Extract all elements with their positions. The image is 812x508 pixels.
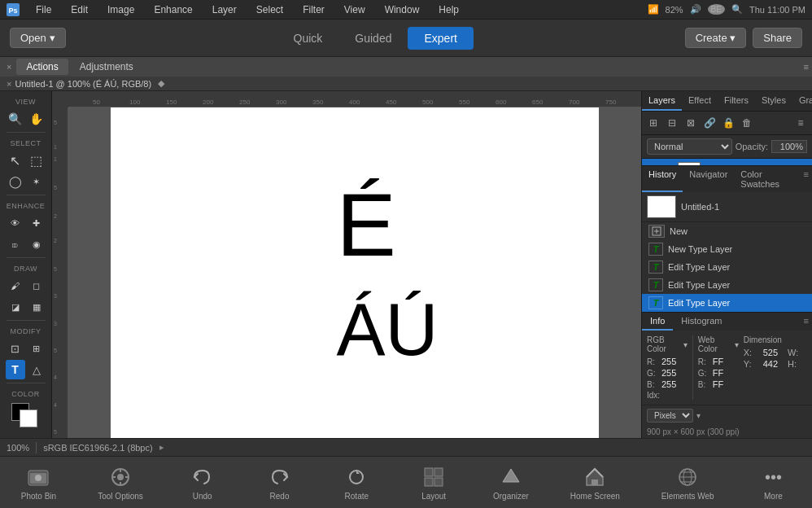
history-item-new[interactable]: New: [642, 222, 812, 240]
dock-redo[interactable]: Redo: [255, 461, 303, 504]
layers-tool-more[interactable]: ≡: [792, 115, 809, 131]
view-tools: 🔍 ✋: [6, 109, 46, 129]
menu-edit[interactable]: Edit: [68, 2, 91, 17]
shape-tool[interactable]: △: [27, 360, 46, 379]
layers-tool-2[interactable]: ⊟: [664, 115, 680, 131]
blend-mode-select[interactable]: Normal: [647, 138, 732, 155]
tab-history[interactable]: History: [642, 166, 683, 192]
ruler-h-100: 100: [129, 99, 140, 107]
hand-tool[interactable]: ✋: [27, 109, 46, 129]
section-modify-label: MODIFY: [11, 327, 41, 335]
panel-menu-icon[interactable]: ≡: [804, 62, 809, 72]
menu-layer[interactable]: Layer: [209, 2, 240, 17]
menu-filter[interactable]: Filter: [299, 2, 328, 17]
clone-tool[interactable]: ⎄: [6, 234, 25, 254]
history-item-etl3[interactable]: T Edit Type Layer: [642, 294, 812, 312]
dock-organizer[interactable]: Organizer: [487, 461, 535, 504]
dock-more[interactable]: ••• More: [749, 461, 797, 504]
layer-item-eau[interactable]: 👁 T É ÁÚ ⚙: [642, 159, 812, 165]
create-button[interactable]: Create ▾: [685, 28, 747, 48]
ruler-v-35: 5: [52, 348, 57, 353]
status-arrow[interactable]: ▸: [159, 442, 164, 453]
dock-layout[interactable]: Layout: [409, 461, 458, 504]
lasso-tool[interactable]: ◯: [6, 172, 25, 191]
magic-wand-tool[interactable]: ✶: [27, 172, 46, 191]
tab-layers[interactable]: Layers: [642, 91, 682, 111]
move-tool[interactable]: ↖: [6, 151, 25, 170]
app-logo: Ps: [7, 3, 20, 16]
menu-image[interactable]: Image: [104, 2, 138, 17]
tab-expert[interactable]: Expert: [408, 27, 473, 50]
dimension-label: Dimension: [744, 335, 807, 344]
web-dropdown-arrow[interactable]: ▾: [735, 340, 739, 349]
layers-tool-3[interactable]: ⊠: [683, 115, 699, 131]
tab-graphic[interactable]: Graphic: [792, 91, 812, 111]
menu-enhance[interactable]: Enhance: [151, 2, 195, 17]
rgb-b-row: B: 255: [647, 379, 688, 389]
dock-rotate[interactable]: Rotate: [332, 461, 381, 504]
search-icon[interactable]: 🔍: [731, 4, 743, 15]
layers-tool-5[interactable]: 🔒: [720, 115, 736, 131]
type-tool[interactable]: T: [6, 360, 25, 379]
menu-view[interactable]: View: [341, 2, 369, 17]
panel-close-x[interactable]: ×: [3, 60, 15, 73]
menu-file[interactable]: File: [33, 2, 55, 17]
ruler-h-700: 700: [569, 99, 579, 107]
canvas-content[interactable]: É ÁÚ: [68, 107, 641, 438]
more-icon: •••: [760, 464, 786, 490]
tab-quick[interactable]: Quick: [277, 27, 339, 50]
canvas-size-text: 900 px × 600 px (300 ppi): [642, 426, 812, 438]
paint-bucket-tool[interactable]: ◪: [6, 297, 25, 317]
divider-3: [7, 257, 46, 258]
history-item-etl2[interactable]: T Edit Type Layer: [642, 276, 812, 294]
tab-styles[interactable]: Styles: [755, 91, 792, 111]
open-button[interactable]: Open ▾: [10, 28, 66, 48]
doc-close[interactable]: ×: [7, 79, 11, 89]
background-color[interactable]: [20, 409, 37, 427]
layers-tool-4[interactable]: 🔗: [701, 115, 718, 131]
divider-5: [7, 383, 46, 383]
pixels-select[interactable]: Pixels: [647, 409, 693, 423]
blur-tool[interactable]: ◉: [27, 234, 46, 254]
menu-select[interactable]: Select: [253, 2, 286, 17]
zoom-tool[interactable]: 🔍: [6, 109, 25, 129]
rgb-dropdown-arrow[interactable]: ▾: [683, 340, 688, 349]
opacity-input[interactable]: [771, 140, 807, 153]
tab-effect[interactable]: Effect: [682, 91, 718, 111]
panel-tab-actions[interactable]: Actions: [16, 59, 68, 75]
dock-elements-web[interactable]: Elements Web: [655, 461, 721, 504]
layers-tool-1[interactable]: ⊞: [645, 115, 661, 131]
tab-color-swatches[interactable]: Color Swatches: [734, 166, 800, 192]
history-menu-icon[interactable]: ≡: [801, 166, 812, 192]
dock-undo[interactable]: Undo: [178, 461, 227, 504]
redeye-tool[interactable]: 👁: [6, 213, 25, 233]
dock-photo-bin[interactable]: Photo Bin: [14, 461, 63, 504]
history-item-ntl[interactable]: T New Type Layer: [642, 240, 812, 258]
info-menu-icon[interactable]: ≡: [801, 313, 812, 331]
tab-info[interactable]: Info: [642, 313, 673, 331]
dock-home-label: Home Screen: [570, 492, 620, 501]
menu-help[interactable]: Help: [435, 2, 462, 17]
tab-guided[interactable]: Guided: [338, 27, 408, 50]
tab-filters[interactable]: Filters: [718, 91, 755, 111]
pixels-arrow[interactable]: ▾: [696, 411, 701, 420]
recompose-tool[interactable]: ⊞: [27, 339, 46, 358]
history-item-etl1[interactable]: T Edit Type Layer: [642, 258, 812, 276]
rgb-g-row: G: 255: [647, 368, 688, 378]
crop-tool[interactable]: ⊡: [6, 339, 25, 358]
layers-tool-6[interactable]: 🗑: [739, 115, 755, 131]
healing-tool[interactable]: ✚: [27, 213, 46, 233]
panel-tab-adjustments[interactable]: Adjustments: [70, 59, 143, 75]
tab-navigator[interactable]: Navigator: [683, 166, 734, 192]
canvas-document[interactable]: É ÁÚ: [111, 91, 599, 438]
gradient-tool[interactable]: ▦: [27, 297, 46, 317]
tab-histogram[interactable]: Histogram: [673, 313, 730, 331]
dock-tool-options[interactable]: Tool Options: [91, 461, 150, 504]
dock-home-screen[interactable]: Home Screen: [564, 461, 626, 504]
dock-undo-label: Undo: [193, 492, 212, 501]
share-button[interactable]: Share: [753, 28, 802, 48]
menu-window[interactable]: Window: [382, 2, 423, 17]
brush-tool[interactable]: 🖌: [6, 276, 25, 296]
eraser-tool[interactable]: ◻: [27, 276, 46, 296]
rect-select-tool[interactable]: ⬚: [27, 151, 46, 170]
